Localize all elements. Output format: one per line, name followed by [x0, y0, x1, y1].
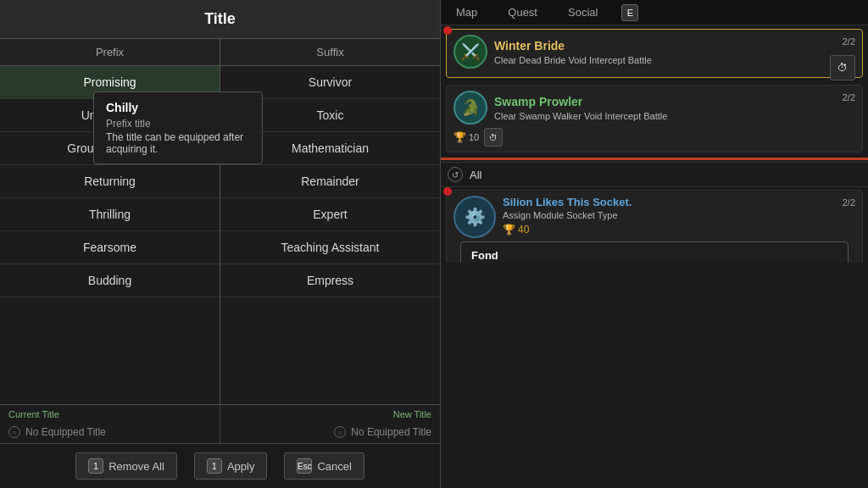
list-item[interactable]: Fearsome — [0, 231, 220, 264]
cancel-key: Esc — [297, 458, 312, 474]
trophy-icon-2: 🏆 — [503, 224, 515, 236]
remove-all-label: Remove All — [108, 460, 164, 473]
apply-label: Apply — [227, 460, 255, 473]
red-badge — [443, 26, 452, 35]
current-equipped: ○ No Equipped Title — [0, 421, 220, 443]
quest-card-swamp-prowler[interactable]: 🐊 Swamp Prowler Clear Swamp Walker Void … — [446, 85, 863, 152]
module-rewards: 🏆 40 — [503, 224, 855, 236]
tooltip-title: Chilly — [106, 101, 250, 114]
quest-title-winter: Winter Bride — [494, 39, 652, 53]
new-title-area: New Title ○ No Equipped Title — [220, 405, 440, 443]
new-equipped: ○ No Equipped Title — [220, 421, 440, 443]
module-title-silion: Silion Likes This Socket. — [503, 196, 855, 208]
title-assignment-section: Current Title ○ No Equipped Title New Ti… — [0, 404, 440, 488]
apply-button[interactable]: 1 Apply — [194, 452, 268, 480]
filter-icon: ↺ — [448, 167, 463, 182]
quest-header: ⚔️ Winter Bride Clear Dead Bride Void In… — [453, 35, 855, 69]
current-new-bar: Current Title ○ No Equipped Title New Ti… — [0, 405, 440, 444]
top-nav: Map Quest Social E — [441, 0, 868, 25]
nav-quest[interactable]: Quest — [501, 4, 544, 20]
quest-rewards: 🏆 10 ⏱ — [453, 128, 855, 147]
title-list: Promising Unheeding Groundbreaking Retur… — [0, 66, 440, 404]
title-panel: Title Prefix Suffix Promising Unheeding … — [0, 0, 441, 488]
quest-card-winter-bride[interactable]: ⚔️ Winter Bride Clear Dead Bride Void In… — [446, 29, 863, 78]
tooltip2-title: Fond — [471, 249, 837, 262]
cancel-button[interactable]: Esc Cancel — [284, 452, 364, 480]
current-equipped-text: No Equipped Title — [25, 426, 106, 438]
module-desc-silion: Assign Module Socket Type — [503, 210, 855, 220]
nav-key[interactable]: E — [621, 4, 638, 21]
module-card-silion[interactable]: ⚙️ Silion Likes This Socket. Assign Modu… — [446, 190, 863, 263]
quest-icon-winter: ⚔️ — [453, 35, 487, 69]
points-label: 🏆 40 — [503, 224, 529, 236]
list-item[interactable]: Budding — [0, 264, 220, 297]
columns-header: Prefix Suffix — [0, 39, 440, 66]
reward-trophy: 🏆 10 — [453, 131, 479, 143]
suffix-header: Suffix — [220, 39, 440, 65]
list-item[interactable]: Expert — [220, 198, 440, 231]
points-value: 40 — [518, 224, 529, 236]
module-icon-silion: ⚙️ — [453, 196, 496, 238]
prefix-column: Promising Unheeding Groundbreaking Retur… — [0, 66, 220, 404]
section-divider — [441, 158, 868, 160]
quest-count-winter: 2/2 — [843, 36, 855, 47]
current-title-label: Current Title — [0, 405, 220, 421]
nav-social[interactable]: Social — [561, 4, 604, 20]
quest-title-swamp: Swamp Prowler — [494, 95, 667, 108]
current-title-area: Current Title ○ No Equipped Title — [0, 405, 220, 443]
trophy-icon: 🏆 — [453, 131, 466, 143]
quests-area: ⚔️ Winter Bride Clear Dead Bride Void In… — [441, 25, 868, 263]
module-header: ⚙️ Silion Likes This Socket. Assign Modu… — [453, 196, 855, 238]
red-badge-2 — [443, 187, 452, 196]
module-count: 2/2 — [843, 197, 855, 208]
reward-icon: ⏱ — [830, 55, 855, 80]
quest-desc-swamp: Clear Swamp Walker Void Intercept Battle — [494, 111, 667, 121]
quest-icon-swamp: 🐊 — [453, 91, 487, 125]
list-item[interactable]: Remainder — [220, 165, 440, 198]
new-title-label: New Title — [220, 405, 440, 421]
apply-key: 1 — [207, 458, 222, 474]
nav-map[interactable]: Map — [449, 4, 484, 20]
reward-icon-2: ⏱ — [484, 128, 503, 147]
list-item[interactable]: Teaching Assistant — [220, 231, 440, 264]
cancel-label: Cancel — [317, 460, 351, 473]
remove-all-key: 1 — [88, 458, 103, 474]
remove-all-button[interactable]: 1 Remove All — [75, 452, 177, 480]
list-item[interactable]: Returning — [0, 165, 220, 198]
tooltip-sub: Prefix title — [106, 118, 250, 130]
quest-desc-winter: Clear Dead Bride Void Intercept Battle — [494, 55, 652, 65]
filter-label[interactable]: All — [470, 169, 481, 181]
bottom-right: ↺ All ⚙️ Silion Likes This Socket. Assig… — [441, 162, 868, 263]
panel-title: Title — [0, 0, 440, 39]
new-title-icon: ○ — [334, 426, 346, 438]
list-item[interactable]: Empress — [220, 264, 440, 297]
right-panel: Map Quest Social E ⚔️ Winter Bride Clear… — [441, 0, 868, 488]
tooltip-desc: The title can be equipped after acquirin… — [106, 131, 250, 155]
suffix-tooltip: Fond Suffix title The title can be equip… — [460, 241, 849, 263]
action-bar: 1 Remove All 1 Apply Esc Cancel — [0, 444, 440, 488]
list-item[interactable]: Thrilling — [0, 198, 220, 231]
quest-header: 🐊 Swamp Prowler Clear Swamp Walker Void … — [453, 91, 855, 125]
filter-bar: ↺ All — [441, 163, 868, 187]
new-equipped-text: No Equipped Title — [351, 426, 431, 438]
reward-points: 10 — [469, 132, 479, 142]
prefix-tooltip: Chilly Prefix title The title can be equ… — [93, 92, 263, 164]
prefix-header: Prefix — [0, 39, 220, 65]
no-title-icon: ○ — [8, 426, 20, 438]
quest-count-swamp: 2/2 — [843, 92, 855, 103]
